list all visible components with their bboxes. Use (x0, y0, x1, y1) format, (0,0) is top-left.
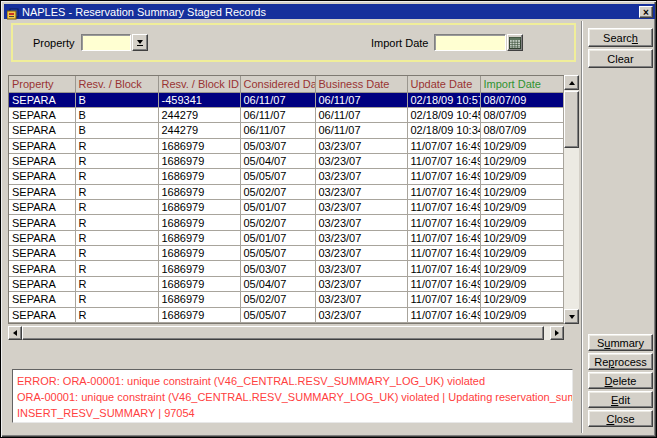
table-cell: SEPARA (9, 169, 75, 184)
table-cell: 10/29/09 (480, 153, 564, 168)
table-cell: 05/04/07 (240, 276, 315, 291)
close-button[interactable]: × (639, 6, 653, 18)
clear-button[interactable]: Clear (588, 49, 653, 68)
arrow-down-icon (569, 315, 575, 319)
table-cell: SEPARA (9, 230, 75, 245)
edit-button[interactable]: Edit (588, 391, 653, 408)
table-cell: SEPARA (9, 138, 75, 153)
table-cell: R (75, 200, 158, 215)
search-button[interactable]: Search (588, 28, 653, 47)
table-cell: 05/05/07 (240, 246, 315, 261)
property-dropdown-button[interactable] (132, 34, 148, 51)
table-cell: 244279 (158, 107, 240, 122)
table-row[interactable]: SEPARAB24427906/11/0706/11/0702/18/09 10… (9, 123, 564, 138)
table-cell: 03/23/07 (315, 292, 407, 307)
import-date-input[interactable] (434, 34, 506, 51)
table-row[interactable]: SEPARAR168697905/02/0703/23/0711/07/07 1… (9, 184, 564, 199)
table-cell: 11/07/07 16:49 (407, 276, 480, 291)
table-cell: 10/29/09 (480, 138, 564, 153)
table-cell: 1686979 (158, 184, 240, 199)
close-button[interactable]: Close (588, 410, 653, 427)
table-cell: 03/23/07 (315, 169, 407, 184)
delete-button[interactable]: Delete (588, 372, 653, 389)
table-cell: 05/01/07 (240, 230, 315, 245)
table-cell: 1686979 (158, 230, 240, 245)
summary-button[interactable]: Summary (588, 334, 653, 351)
table-row[interactable]: SEPARAR168697905/04/0703/23/0711/07/07 1… (9, 276, 564, 291)
table-cell: R (75, 230, 158, 245)
grid-header-row: PropertyResv. / BlockResv. / Block IDCon… (9, 76, 564, 92)
table-cell: 1686979 (158, 292, 240, 307)
error-message-box: ERROR: ORA-00001: unique constraint (V46… (12, 369, 573, 423)
table-cell: 11/07/07 16:49 (407, 261, 480, 276)
vertical-scrollbar-thumb[interactable] (564, 91, 579, 148)
horizontal-scrollbar-thumb[interactable] (22, 326, 544, 340)
table-row[interactable]: SEPARAR168697905/01/0703/23/0711/07/07 1… (9, 200, 564, 215)
scroll-right-button[interactable] (550, 326, 564, 340)
table-cell: 03/23/07 (315, 138, 407, 153)
arrow-right-icon (555, 330, 559, 336)
table-cell: 11/07/07 16:49 (407, 153, 480, 168)
table-cell: 05/03/07 (240, 261, 315, 276)
table-cell: 1686979 (158, 276, 240, 291)
table-row[interactable]: SEPARAR168697905/05/0703/23/0711/07/07 1… (9, 307, 564, 322)
table-cell: 05/03/07 (240, 138, 315, 153)
error-line: ERROR: ORA-00001: unique constraint (V46… (17, 373, 568, 389)
title-bar: NAPLES - Reservation Summary Staged Reco… (4, 4, 655, 19)
horizontal-scrollbar[interactable] (8, 326, 564, 340)
table-cell: 11/07/07 16:49 (407, 200, 480, 215)
arrow-up-icon (569, 81, 575, 85)
table-cell: 03/23/07 (315, 230, 407, 245)
error-line: INSERT_RESV_SUMMARY | 97054 (17, 405, 568, 421)
reprocess-button[interactable]: Reprocess (588, 353, 653, 370)
app-window: NAPLES - Reservation Summary Staged Reco… (0, 0, 657, 438)
scroll-down-button[interactable] (564, 309, 579, 324)
table-cell: R (75, 261, 158, 276)
property-input[interactable] (81, 34, 131, 51)
table-cell: R (75, 307, 158, 322)
table-row[interactable]: SEPARAR168697905/05/0703/23/0711/07/07 1… (9, 246, 564, 261)
close-icon: × (643, 7, 649, 18)
table-row[interactable]: SEPARAR168697905/02/0703/23/0711/07/07 1… (9, 215, 564, 230)
scroll-left-button[interactable] (8, 326, 22, 340)
import-date-field-group: Import Date (371, 34, 523, 51)
column-header-import-date: Import Date (480, 76, 564, 92)
table-cell: SEPARA (9, 153, 75, 168)
table-cell: SEPARA (9, 307, 75, 322)
search-filter-panel: Property Import Date (11, 23, 576, 62)
window-title: NAPLES - Reservation Summary Staged Reco… (22, 6, 266, 18)
column-header-resv-block-id: Resv. / Block ID (158, 76, 240, 92)
scroll-up-button[interactable] (564, 75, 579, 90)
table-row[interactable]: SEPARAR168697905/01/0703/23/0711/07/07 1… (9, 230, 564, 245)
action-button-stack: SummaryReprocessDeleteEditClose (588, 334, 653, 429)
table-row[interactable]: SEPARAR168697905/05/0703/23/0711/07/07 1… (9, 169, 564, 184)
property-label: Property (33, 37, 75, 49)
table-cell: 1686979 (158, 153, 240, 168)
column-header-property: Property (9, 76, 75, 92)
table-cell: 02/18/09 10:45 (407, 107, 480, 122)
table-cell: 11/07/07 16:49 (407, 215, 480, 230)
table-row[interactable]: SEPARAR168697905/02/0703/23/0711/07/07 1… (9, 292, 564, 307)
table-cell: B (75, 123, 158, 138)
table-cell: B (75, 107, 158, 122)
vertical-scrollbar[interactable] (564, 75, 579, 324)
import-date-calendar-button[interactable] (507, 34, 523, 51)
table-cell: 05/02/07 (240, 184, 315, 199)
table-row[interactable]: SEPARAB-45934106/11/0706/11/0702/18/09 1… (9, 92, 564, 107)
table-cell: 08/07/09 (480, 92, 564, 107)
table-row[interactable]: SEPARAR168697905/04/0703/23/0711/07/07 1… (9, 153, 564, 168)
table-cell: 03/23/07 (315, 215, 407, 230)
table-cell: 06/11/07 (315, 92, 407, 107)
table-cell: 08/07/09 (480, 123, 564, 138)
table-cell: 11/07/07 16:49 (407, 138, 480, 153)
table-row[interactable]: SEPARAR168697905/03/0703/23/0711/07/07 1… (9, 138, 564, 153)
table-cell: 03/23/07 (315, 153, 407, 168)
table-cell: 03/23/07 (315, 184, 407, 199)
table-row[interactable]: SEPARAB24427906/11/0706/11/0702/18/09 10… (9, 107, 564, 122)
table-cell: 05/01/07 (240, 200, 315, 215)
column-header-business-date: Business Date (315, 76, 407, 92)
table-row[interactable]: SEPARAR168697905/03/0703/23/0711/07/07 1… (9, 261, 564, 276)
table-cell: 1686979 (158, 200, 240, 215)
table-cell: 11/07/07 16:49 (407, 292, 480, 307)
table-cell: R (75, 292, 158, 307)
